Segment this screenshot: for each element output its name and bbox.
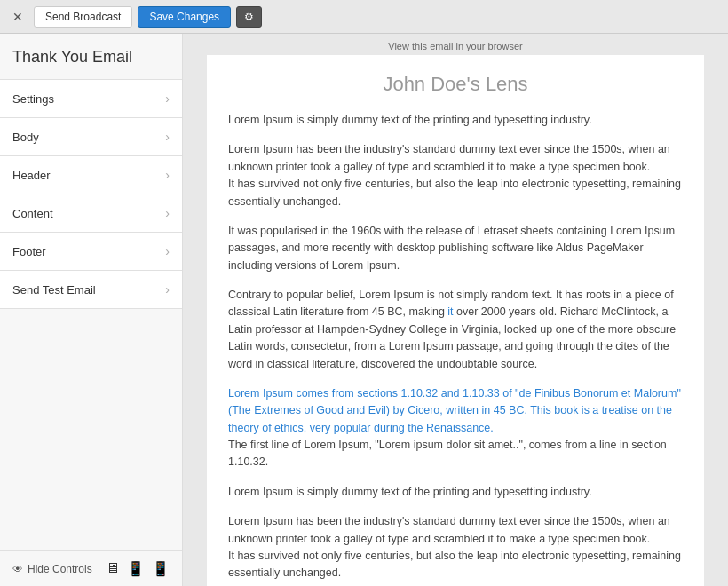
mobile-view-icon[interactable]: 📱 (152, 560, 170, 577)
save-changes-button[interactable]: Save Changes (138, 6, 231, 28)
close-button[interactable]: ✕ (7, 8, 28, 26)
chevron-icon-content: › (165, 206, 170, 220)
inline-link[interactable]: it (447, 305, 453, 318)
sidebar-item-body[interactable]: Body › (0, 118, 182, 156)
sidebar-item-label-footer: Footer (12, 245, 46, 258)
tablet-view-icon[interactable]: 📱 (127, 560, 145, 577)
chevron-icon-footer: › (165, 244, 170, 258)
sidebar-item-header[interactable]: Header › (0, 156, 182, 194)
sidebar-item-footer[interactable]: Footer › (0, 233, 182, 271)
sidebar-item-send-test-email[interactable]: Send Test Email › (0, 271, 182, 309)
sidebar: Thank You Email Settings › Body › Header… (0, 34, 183, 586)
sidebar-item-label-settings: Settings (12, 92, 54, 106)
email-preview: John Doe's Lens Lorem Ipsum is simply du… (207, 55, 704, 586)
toolbar: ✕ Send Broadcast Save Changes ⚙ (0, 0, 728, 34)
sidebar-item-label-header: Header (12, 169, 51, 182)
email-title: John Doe's Lens (228, 73, 683, 96)
sidebar-item-label-content: Content (12, 207, 53, 220)
chevron-icon-settings: › (165, 91, 170, 106)
sidebar-footer: 👁 Hide Controls 🖥 📱 📱 (0, 550, 182, 586)
chevron-icon-header: › (165, 168, 170, 182)
email-body: Lorem Ipsum is simply dummy text of the … (228, 112, 683, 582)
inline-link-finibus[interactable]: Lorem Ipsum comes from sections 1.10.32 … (228, 387, 681, 434)
sidebar-item-content[interactable]: Content › (0, 194, 182, 233)
chevron-icon-body: › (165, 130, 170, 144)
settings-gear-button[interactable]: ⚙ (236, 6, 262, 28)
sidebar-nav: Settings › Body › Header › Content › Foo… (0, 80, 182, 550)
view-mode-icons: 🖥 📱 📱 (106, 560, 170, 577)
view-browser-link[interactable]: View this email in your browser (183, 34, 728, 55)
chevron-icon-send-test-email: › (165, 282, 170, 297)
sidebar-item-label-send-test-email: Send Test Email (12, 283, 96, 297)
hide-controls-button[interactable]: 👁 Hide Controls (12, 563, 92, 575)
sidebar-item-label-body: Body (12, 131, 39, 144)
sidebar-title: Thank You Email (0, 34, 182, 80)
sidebar-item-settings[interactable]: Settings › (0, 80, 182, 118)
content-area: View this email in your browser John Doe… (183, 34, 728, 586)
hide-controls-label: Hide Controls (28, 563, 92, 575)
main-layout: Thank You Email Settings › Body › Header… (0, 34, 728, 586)
send-broadcast-button[interactable]: Send Broadcast (34, 6, 132, 28)
desktop-view-icon[interactable]: 🖥 (106, 560, 120, 577)
eye-icon: 👁 (12, 563, 23, 575)
